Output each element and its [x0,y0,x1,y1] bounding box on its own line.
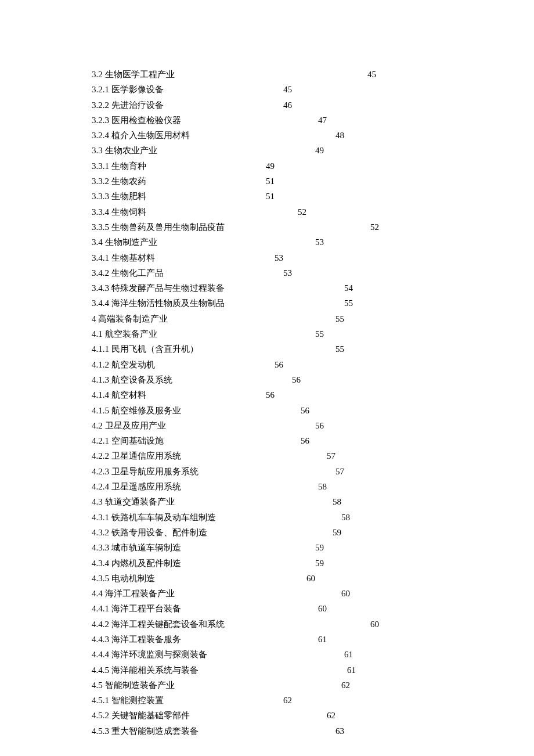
toc-label: 4.4.1 海洋工程平台装备 [92,601,181,616]
toc-entry: 3.3.3 生物肥料51 [92,189,275,204]
toc-entry: 4.3.1 铁路机车车辆及动车组制造 58 [92,510,350,525]
toc-label: 4.1.4 航空材料 [92,387,146,402]
toc-entry: 4.3.5 电动机制造 60 [92,571,315,586]
toc-entry: 4.1 航空装备产业 55 [92,326,324,341]
toc-entry: 4.4.4 海洋环境监测与探测装备61 [92,647,353,662]
toc-label: 3.4.2 生物化工产品 [92,265,164,280]
toc-entry: 3.4.1 生物基材料53 [92,250,283,265]
toc-page-number: 57 [335,464,344,479]
toc-label: 4.5 智能制造装备产业 [92,678,175,693]
toc-label: 4.2 卫星及应用产业 [92,418,166,433]
toc-entry: 4.4.5 海洋能相关系统与装备 61 [92,663,356,678]
toc-page-number: 56 [266,387,275,402]
toc-label: 4.5.1 智能测控装置 [92,693,164,708]
toc-label: 3.2.2 先进治疗设备 [92,98,164,113]
toc-page-number: 56 [301,433,309,448]
toc-label: 3.2 生物医学工程产业 [92,67,175,82]
toc-entry: 3.4 生物制造产业 53 [92,235,324,250]
toc-entry: 3.3 生物农业产业 49 [92,143,324,158]
toc-label: 3.3.4 生物饲料 [92,204,146,219]
toc-entry: 3.4.2 生物化工产品53 [92,265,292,280]
toc-label: 4.3 轨道交通装备产业 [92,494,175,509]
toc-page-number: 58 [318,479,327,494]
toc-page-number: 52 [298,204,306,219]
toc-entry: 4.5 智能制造装备产业 62 [92,678,350,693]
toc-label: 3.4.4 海洋生物活性物质及生物制品 [92,296,225,311]
toc-page-number: 61 [318,632,327,647]
toc-page-number: 51 [266,189,275,204]
toc-entry: 4.4.2 海洋工程关键配套设备和系统60 [92,617,379,632]
toc-entry: 4.2.3 卫星导航应用服务系统57 [92,464,344,479]
toc-page-number: 53 [283,265,292,280]
toc-entry: 3.2 生物医学工程产业 45 [92,67,376,82]
toc-page-number: 55 [344,296,353,311]
toc-page-number: 62 [327,708,335,723]
toc-page-number: 58 [341,510,350,525]
toc-page-number: 53 [275,250,283,265]
toc-entry: 3.3.1 生物育种49 [92,159,275,174]
toc-page-number: 56 [301,403,309,418]
toc-label: 4.4.3 海洋工程装备服务 [92,632,181,647]
toc-page-number: 59 [315,540,324,555]
toc-page-number: 59 [333,525,341,540]
toc-page-number: 58 [333,494,341,509]
toc-entry: 4.4.1 海洋工程平台装备60 [92,601,327,616]
toc-page-number: 61 [344,647,353,662]
toc-page-number: 49 [315,143,324,158]
toc-label: 4.1.3 航空设备及系统 [92,372,172,387]
toc-label: 4.1 航空装备产业 [92,326,157,341]
toc-label: 4.4.2 海洋工程关键配套设备和系统 [92,617,225,632]
toc-entry: 4.5.2 关键智能基础零部件62 [92,708,335,723]
table-of-contents: 3.2 生物医学工程产业 453.2.1 医学影像设备453.2.2 先进治疗设… [92,67,442,739]
toc-label: 3.3.1 生物育种 [92,159,146,174]
toc-page-number: 53 [315,235,324,250]
toc-page-number: 63 [335,723,344,739]
toc-label: 4.2.1 空间基础设施 [92,433,164,448]
toc-label: 4.1.5 航空维修及服务业 [92,403,181,418]
toc-label: 4.3.5 电动机制造 [92,571,155,586]
toc-label: 4.1.1 民用飞机（含直升机） [92,341,199,357]
toc-label: 3.3.3 生物肥料 [92,189,146,204]
toc-page-number: 47 [318,113,327,128]
toc-label: 4.3.3 城市轨道车辆制造 [92,540,181,555]
toc-page-number: 56 [292,372,301,387]
toc-entry: 4.3.3 城市轨道车辆制造 59 [92,540,324,555]
toc-page-number: 60 [318,601,327,616]
toc-entry: 3.3.5 生物兽药及兽用生物制品疫苗52 [92,219,379,235]
toc-entry: 4.2.2 卫星通信应用系统57 [92,448,335,463]
toc-page-number: 46 [283,98,292,113]
toc-page-number: 59 [315,556,324,571]
toc-page-number: 60 [341,586,350,601]
toc-page-number: 52 [370,219,379,235]
toc-page-number: 45 [367,67,376,82]
toc-label: 3.4.1 生物基材料 [92,250,155,265]
toc-label: 4.3.4 内燃机及配件制造 [92,556,181,571]
toc-page-number: 48 [335,128,344,143]
toc-page-number: 57 [327,448,335,463]
toc-label: 3.2.1 医学影像设备 [92,82,164,97]
toc-entry: 4.5.3 重大智能制造成套装备63 [92,723,344,739]
toc-label: 4.4 海洋工程装备产业 [92,586,175,601]
toc-entry: 4.4 海洋工程装备产业 60 [92,586,350,601]
toc-page-number: 56 [275,357,283,372]
toc-label: 3.4 生物制造产业 [92,235,157,250]
toc-page-number: 51 [266,174,275,189]
toc-label: 4.4.5 海洋能相关系统与装备 [92,663,199,678]
toc-label: 4 高端装备制造产业 [92,311,168,326]
toc-label: 4.2.3 卫星导航应用服务系统 [92,464,199,479]
toc-entry: 3.4.4 海洋生物活性物质及生物制品55 [92,296,353,311]
toc-label: 4.5.3 重大智能制造成套装备 [92,723,199,739]
toc-label: 3.3.5 生物兽药及兽用生物制品疫苗 [92,219,225,235]
toc-label: 4.2.2 卫星通信应用系统 [92,448,181,463]
toc-page-number: 45 [283,82,292,97]
toc-entry: 3.2.3 医用检查检验仪器47 [92,113,327,128]
toc-entry: 4.2 卫星及应用产业 56 [92,418,324,433]
toc-page-number: 55 [315,326,324,341]
toc-label: 3.2.3 医用检查检验仪器 [92,113,181,128]
toc-entry: 4 高端装备制造产业55 [92,311,344,326]
toc-page-number: 55 [335,311,344,326]
toc-entry: 4.2.4 卫星遥感应用系统58 [92,479,327,494]
toc-entry: 3.2.2 先进治疗设备46 [92,98,292,113]
toc-entry: 4.5.1 智能测控装置62 [92,693,292,708]
toc-entry: 4.1.3 航空设备及系统56 [92,372,301,387]
